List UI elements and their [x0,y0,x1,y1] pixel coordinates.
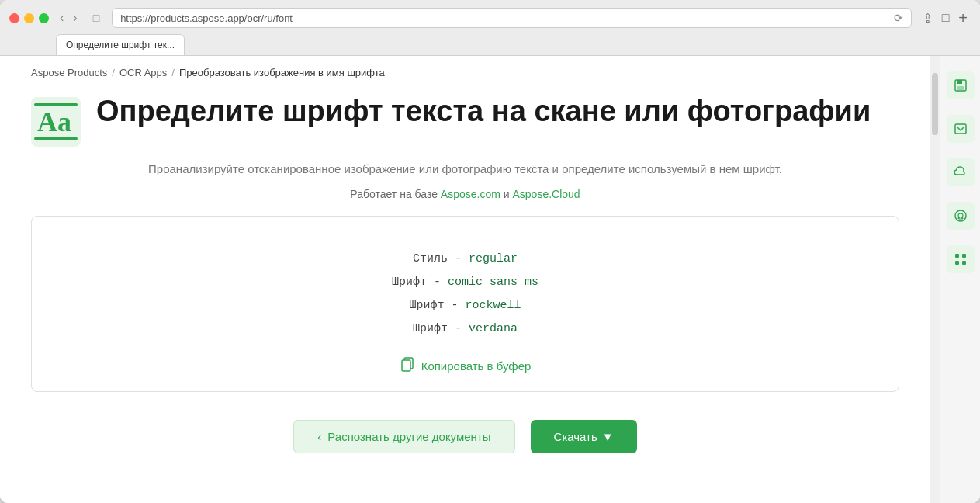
maximize-button[interactable] [39,13,49,23]
breadcrumb: Aspose Products / OCR Apps / Преобразова… [0,56,930,86]
powered-and: и [500,188,513,200]
page-content: Aspose Products / OCR Apps / Преобразова… [0,56,930,503]
download-button[interactable]: Скачать ▼ [531,420,637,453]
address-input[interactable] [120,12,888,24]
new-tab-button[interactable]: + [955,9,971,27]
back-chevron-icon: ‹ [317,430,321,443]
svg-rect-11 [955,254,959,258]
result-box: Стиль - regular Шрифт - comic_sans_ms Шр… [31,216,899,392]
sidebar-run-icon[interactable] [947,115,975,143]
reload-button[interactable]: ⟳ [894,12,903,24]
result-content: Стиль - regular Шрифт - comic_sans_ms Шр… [47,248,883,341]
svg-text:Aa: Aa [37,106,71,137]
back-label: Распознать другие документы [327,430,490,443]
window-mode-button[interactable]: □ [88,10,104,26]
sidebar-github-icon[interactable] [947,202,975,230]
result-line-3: Шрифт - rockwell [47,294,883,317]
breadcrumb-sep-1: / [112,67,115,78]
download-arrow-icon: ▼ [602,430,614,443]
aspose-cloud-link[interactable]: Aspose.Cloud [512,188,580,200]
sidebar-save-icon[interactable] [947,71,975,99]
result-line-2: Шрифт - comic_sans_ms [47,271,883,294]
copy-icon [400,356,415,376]
result-line2-label: Шрифт - [392,276,448,289]
breadcrumb-home[interactable]: Aspose Products [31,67,107,78]
result-line1-label: Стиль - [413,252,469,265]
forward-nav-button[interactable]: › [70,9,80,26]
result-line4-label: Шрифт - [413,322,469,335]
scrollbar-thumb[interactable] [932,73,938,135]
powered-by: Работает на базе Aspose.com и Aspose.Clo… [0,188,930,216]
app-logo: Aa [31,97,81,147]
sidebar-apps-icon[interactable] [947,245,975,273]
traffic-lights [9,13,49,23]
browser-actions: ⇪ □ + [919,9,971,27]
svg-point-10 [955,210,966,221]
breadcrumb-section[interactable]: OCR Apps [119,67,167,78]
breadcrumb-sep-2: / [171,67,175,78]
aspose-com-link[interactable]: Aspose.com [441,188,500,200]
hero-subtitle: Проанализируйте отсканированное изображе… [0,162,930,188]
result-line-4: Шрифт - verdana [47,317,883,341]
hero-section: Aa Определите шрифт текста на скане или … [0,86,930,162]
minimize-button[interactable] [24,13,34,23]
nav-buttons: ‹ › [57,9,81,26]
svg-rect-13 [955,261,959,265]
share-button[interactable]: ⇪ [919,9,936,27]
svg-rect-3 [34,137,78,140]
svg-rect-2 [34,103,78,106]
result-line2-value: comic_sans_ms [448,276,538,289]
titlebar: ‹ › □ ⟳ ⇪ □ + [9,8,971,28]
svg-rect-5 [402,360,410,371]
active-tab[interactable]: Определите шрифт тек... [56,34,185,55]
sidebar-cloud-icon[interactable] [947,158,975,186]
result-line4-value: verdana [469,322,518,335]
svg-rect-8 [957,86,964,90]
download-label: Скачать [554,430,597,443]
copy-to-clipboard-button[interactable]: Копировать в буфер [47,356,883,376]
result-line3-value: rockwell [466,299,521,312]
address-bar: ⟳ [112,8,912,28]
bottom-actions: ‹ Распознать другие документы Скачать ▼ [0,408,930,469]
browser-chrome: ‹ › □ ⟳ ⇪ □ + Определите шрифт тек... [0,0,980,56]
sidebar-toggle-button[interactable]: □ [939,9,953,27]
back-nav-button[interactable]: ‹ [57,9,67,26]
back-button[interactable]: ‹ Распознать другие документы [293,420,514,453]
powered-prefix: Работает на базе [350,188,441,200]
browser-window: ‹ › □ ⟳ ⇪ □ + Определите шрифт тек... [0,0,980,503]
scrollbar[interactable] [930,56,940,503]
breadcrumb-current: Преобразовать изображения в имя шрифта [179,67,385,78]
result-line-1: Стиль - regular [47,248,883,271]
svg-rect-7 [957,80,962,84]
svg-rect-14 [962,261,966,265]
right-sidebar [940,56,980,503]
svg-rect-9 [955,124,966,134]
hero-title: Определите шрифт текста на скане или фот… [96,94,871,130]
result-line1-value: regular [469,252,518,265]
copy-label: Копировать в буфер [421,359,532,373]
svg-rect-12 [962,254,966,258]
result-line3-label: Шрифт - [409,299,465,312]
close-button[interactable] [9,13,19,23]
content-area: Aspose Products / OCR Apps / Преобразова… [0,56,980,503]
tab-label: Определите шрифт тек... [66,40,175,50]
